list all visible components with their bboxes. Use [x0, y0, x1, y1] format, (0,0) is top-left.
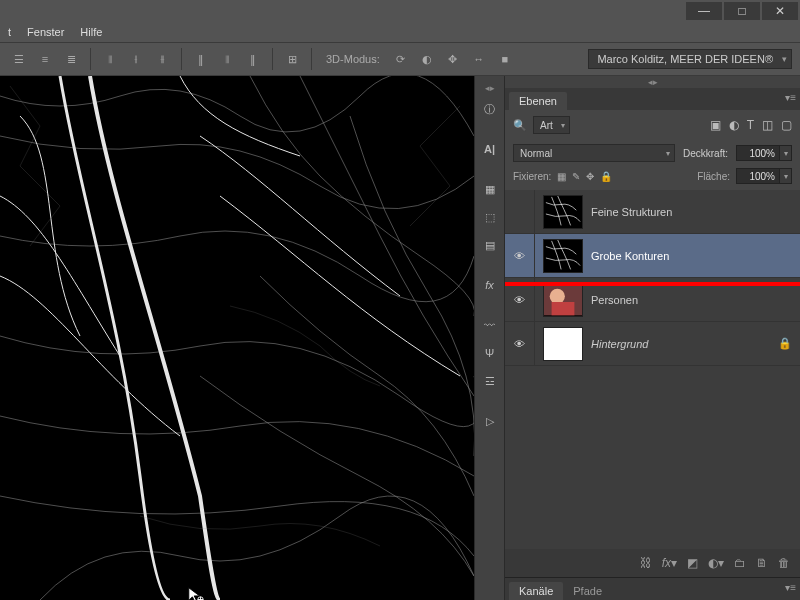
filter-pixel-icon[interactable]: ▣	[710, 118, 721, 132]
align-right-icon[interactable]: ≣	[60, 48, 82, 70]
blend-mode-label: Normal	[520, 148, 552, 159]
layer-visibility-icon[interactable]: 👁	[505, 278, 535, 321]
brush-panel-icon[interactable]: 〰	[477, 312, 503, 338]
filter-adjust-icon[interactable]: ◐	[729, 118, 739, 132]
blend-opacity-row: Normal Deckkraft: 100% ▾	[505, 140, 800, 166]
mode3d-zoom-icon[interactable]: ■	[494, 48, 516, 70]
distribute-top-icon[interactable]: ⫴	[99, 48, 121, 70]
layer-mask-icon[interactable]: ◩	[687, 556, 698, 570]
separator	[272, 48, 273, 70]
layer-name: Grobe Konturen	[591, 250, 669, 262]
menu-item-truncated[interactable]: t	[8, 26, 11, 38]
layer-name: Hintergrund	[591, 338, 648, 350]
menu-hilfe[interactable]: Hilfe	[80, 26, 102, 38]
lock-label: Fixieren:	[513, 171, 551, 182]
distribute-bottom-icon[interactable]: ⫵	[151, 48, 173, 70]
cursor-icon	[187, 586, 205, 600]
opacity-dropdown-icon[interactable]: ▾	[780, 145, 792, 161]
align-left-icon[interactable]: ☰	[8, 48, 30, 70]
work-area: ◂▸ ⓘ A| ▦ ⬚ ▤ fx 〰 Ψ ☲ ▷ ◂▸ Ebenen ▾≡ 🔍 …	[0, 76, 800, 600]
character-panel-icon[interactable]: A|	[477, 136, 503, 162]
layer-kind-dropdown[interactable]: Art	[533, 116, 570, 134]
layer-row[interactable]: 👁Personen	[505, 278, 800, 322]
close-button[interactable]: ✕	[762, 2, 798, 20]
lock-fill-row: Fixieren: ▦ ✎ ✥ 🔒 Fläche: 100% ▾	[505, 166, 800, 190]
channels-panel-menu-icon[interactable]: ▾≡	[785, 582, 796, 593]
distribute-hcenter-icon[interactable]: ⦀	[216, 48, 238, 70]
tab-kanale[interactable]: Kanäle	[509, 582, 563, 600]
opacity-field[interactable]: 100%	[736, 145, 780, 161]
histogram-panel-icon[interactable]: ⬚	[477, 204, 503, 230]
swatches-panel-icon[interactable]: ▤	[477, 232, 503, 258]
layers-panel-tabbar: Ebenen ▾≡	[505, 88, 800, 110]
layer-thumbnail[interactable]	[543, 327, 583, 361]
new-group-icon[interactable]: 🗀	[734, 556, 746, 570]
fill-field[interactable]: 100%	[736, 168, 780, 184]
minimize-button[interactable]: —	[686, 2, 722, 20]
new-adjustment-icon[interactable]: ◐▾	[708, 556, 724, 570]
menu-fenster[interactable]: Fenster	[27, 26, 64, 38]
lock-indicator-icon: 🔒	[778, 337, 792, 350]
styles-panel-icon[interactable]: fx	[477, 272, 503, 298]
layer-row[interactable]: 👁Hintergrund🔒	[505, 322, 800, 366]
lock-pixels-icon[interactable]: ▦	[557, 171, 566, 182]
layer-filter-row: 🔍 Art ▣ ◐ T ◫ ▢	[505, 110, 800, 140]
workspace-dropdown[interactable]: Marco Kolditz, MEER DER IDEEN®	[588, 49, 792, 69]
workspace-dropdown-label: Marco Kolditz, MEER DER IDEEN®	[597, 53, 773, 65]
layer-row[interactable]: Feine Strukturen	[505, 190, 800, 234]
actions-panel-icon[interactable]: ▷	[477, 408, 503, 434]
layer-row[interactable]: 👁Grobe Konturen	[505, 234, 800, 278]
link-layers-icon[interactable]: ⛓	[640, 556, 652, 570]
info-panel-icon[interactable]: ⓘ	[477, 96, 503, 122]
svg-rect-2	[544, 195, 582, 227]
new-layer-icon[interactable]: 🗎	[756, 556, 768, 570]
distribute-right-icon[interactable]: ‖	[242, 48, 264, 70]
navigator-panel-icon[interactable]: ▦	[477, 176, 503, 202]
layer-thumbnail[interactable]	[543, 195, 583, 229]
svg-rect-0	[0, 76, 474, 600]
filter-smart-icon[interactable]: ▢	[781, 118, 792, 132]
layer-fx-icon[interactable]: fx▾	[662, 556, 677, 570]
layer-thumbnail[interactable]	[543, 239, 583, 273]
connection-panel-icon[interactable]: Ψ	[477, 340, 503, 366]
lock-paint-icon[interactable]: ✎	[572, 171, 580, 182]
canvas-viewport[interactable]	[0, 76, 474, 600]
distribute-left-icon[interactable]: ‖	[190, 48, 212, 70]
mode3d-orbit-icon[interactable]: ⟳	[390, 48, 412, 70]
canvas-image	[0, 76, 474, 600]
filter-shape-icon[interactable]: ◫	[762, 118, 773, 132]
menu-bar: t Fenster Hilfe	[0, 22, 800, 42]
layer-visibility-icon[interactable]	[505, 190, 535, 233]
mode3d-label: 3D-Modus:	[326, 53, 380, 65]
channels-paths-panel: Kanäle Pfade ▾≡	[505, 577, 800, 600]
delete-layer-icon[interactable]: 🗑	[778, 556, 790, 570]
mode3d-roll-icon[interactable]: ◐	[416, 48, 438, 70]
svg-point-5	[550, 289, 565, 304]
search-icon: 🔍	[513, 119, 527, 132]
tab-ebenen[interactable]: Ebenen	[509, 92, 567, 110]
lock-all-icon[interactable]: 🔒	[600, 171, 612, 182]
distribute-vcenter-icon[interactable]: ⫲	[125, 48, 147, 70]
lock-move-icon[interactable]: ✥	[586, 171, 594, 182]
layer-visibility-icon[interactable]: 👁	[505, 322, 535, 365]
mode3d-slide-icon[interactable]: ↔	[468, 48, 490, 70]
mode3d-pan-icon[interactable]: ✥	[442, 48, 464, 70]
panel-collapse-handle-icon[interactable]: ◂▸	[505, 76, 800, 88]
layer-thumbnail[interactable]	[543, 283, 583, 317]
layer-name: Feine Strukturen	[591, 206, 672, 218]
blend-mode-dropdown[interactable]: Normal	[513, 144, 675, 162]
fill-label: Fläche:	[697, 171, 730, 182]
filter-type-icon[interactable]: T	[747, 118, 754, 132]
auto-align-icon[interactable]: ⊞	[281, 48, 303, 70]
tab-pfade[interactable]: Pfade	[563, 582, 612, 600]
align-center-icon[interactable]: ≡	[34, 48, 56, 70]
panel-menu-icon[interactable]: ▾≡	[785, 92, 796, 103]
layer-visibility-icon[interactable]: 👁	[505, 234, 535, 277]
adjustments-panel-icon[interactable]: ☲	[477, 368, 503, 394]
svg-rect-3	[544, 239, 582, 271]
maximize-button[interactable]: □	[724, 2, 760, 20]
separator	[181, 48, 182, 70]
collapse-handle-icon[interactable]: ◂▸	[475, 82, 504, 94]
layers-panel-footer: ⛓ fx▾ ◩ ◐▾ 🗀 🗎 🗑	[505, 549, 800, 577]
fill-dropdown-icon[interactable]: ▾	[780, 168, 792, 184]
